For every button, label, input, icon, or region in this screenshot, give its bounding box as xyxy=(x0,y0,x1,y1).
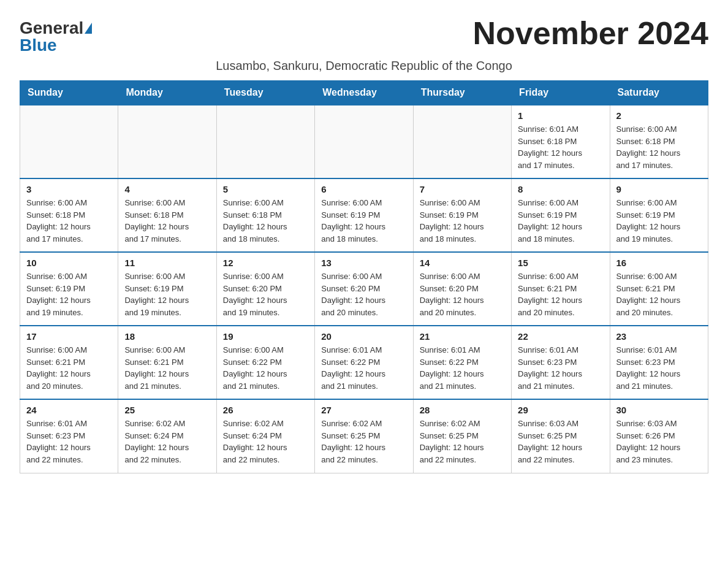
day-info: Sunrise: 6:00 AMSunset: 6:18 PMDaylight:… xyxy=(26,197,112,245)
day-info: Sunrise: 6:02 AMSunset: 6:25 PMDaylight:… xyxy=(321,418,406,465)
logo-triangle-icon xyxy=(85,23,92,34)
day-info: Sunrise: 6:01 AMSunset: 6:23 PMDaylight:… xyxy=(616,344,702,392)
day-info: Sunrise: 6:00 AMSunset: 6:19 PMDaylight:… xyxy=(321,197,406,245)
calendar-cell: 1Sunrise: 6:01 AMSunset: 6:18 PMDaylight… xyxy=(512,105,610,178)
calendar-cell: 4Sunrise: 6:00 AMSunset: 6:18 PMDaylight… xyxy=(118,178,216,252)
day-info: Sunrise: 6:01 AMSunset: 6:18 PMDaylight:… xyxy=(518,123,603,171)
day-info: Sunrise: 6:03 AMSunset: 6:25 PMDaylight:… xyxy=(518,418,603,465)
calendar-cell: 19Sunrise: 6:00 AMSunset: 6:22 PMDayligh… xyxy=(216,326,314,399)
day-info: Sunrise: 6:01 AMSunset: 6:23 PMDaylight:… xyxy=(26,418,112,465)
day-info: Sunrise: 6:00 AMSunset: 6:19 PMDaylight:… xyxy=(616,197,702,245)
calendar-week-row: 17Sunrise: 6:00 AMSunset: 6:21 PMDayligh… xyxy=(20,326,708,399)
calendar-cell: 9Sunrise: 6:00 AMSunset: 6:19 PMDaylight… xyxy=(610,178,708,252)
calendar-cell: 22Sunrise: 6:01 AMSunset: 6:23 PMDayligh… xyxy=(512,326,610,399)
calendar-cell: 7Sunrise: 6:00 AMSunset: 6:19 PMDaylight… xyxy=(413,178,511,252)
day-info: Sunrise: 6:02 AMSunset: 6:24 PMDaylight:… xyxy=(124,418,210,465)
day-info: Sunrise: 6:00 AMSunset: 6:19 PMDaylight:… xyxy=(420,197,505,245)
day-number: 1 xyxy=(518,110,603,121)
calendar-header-row: SundayMondayTuesdayWednesdayThursdayFrid… xyxy=(20,81,708,105)
calendar-cell: 15Sunrise: 6:00 AMSunset: 6:21 PMDayligh… xyxy=(512,252,610,326)
day-number: 18 xyxy=(124,331,210,342)
day-info: Sunrise: 6:00 AMSunset: 6:19 PMDaylight:… xyxy=(124,270,210,318)
calendar-cell xyxy=(216,105,314,178)
day-info: Sunrise: 6:00 AMSunset: 6:19 PMDaylight:… xyxy=(518,197,603,245)
location-subtitle: Lusambo, Sankuru, Democratic Republic of… xyxy=(20,59,708,73)
day-number: 4 xyxy=(124,184,210,194)
day-info: Sunrise: 6:01 AMSunset: 6:22 PMDaylight:… xyxy=(321,344,406,392)
calendar-cell xyxy=(118,105,216,178)
calendar-cell: 17Sunrise: 6:00 AMSunset: 6:21 PMDayligh… xyxy=(20,326,118,399)
calendar-week-row: 24Sunrise: 6:01 AMSunset: 6:23 PMDayligh… xyxy=(20,399,708,473)
day-number: 21 xyxy=(420,331,505,342)
column-header-wednesday: Wednesday xyxy=(315,81,413,105)
calendar-cell xyxy=(315,105,413,178)
calendar-cell: 18Sunrise: 6:00 AMSunset: 6:21 PMDayligh… xyxy=(118,326,216,399)
day-number: 17 xyxy=(26,331,112,342)
day-info: Sunrise: 6:02 AMSunset: 6:25 PMDaylight:… xyxy=(420,418,505,465)
day-number: 16 xyxy=(616,258,702,268)
day-info: Sunrise: 6:00 AMSunset: 6:18 PMDaylight:… xyxy=(124,197,210,245)
day-number: 13 xyxy=(321,258,406,268)
day-info: Sunrise: 6:00 AMSunset: 6:20 PMDaylight:… xyxy=(420,270,505,318)
day-number: 9 xyxy=(616,184,702,194)
day-number: 3 xyxy=(26,184,112,194)
day-info: Sunrise: 6:00 AMSunset: 6:21 PMDaylight:… xyxy=(26,344,112,392)
logo-blue: Blue xyxy=(20,37,92,54)
day-number: 24 xyxy=(26,405,112,415)
calendar-week-row: 1Sunrise: 6:01 AMSunset: 6:18 PMDaylight… xyxy=(20,105,708,178)
calendar-cell: 6Sunrise: 6:00 AMSunset: 6:19 PMDaylight… xyxy=(315,178,413,252)
calendar-cell: 28Sunrise: 6:02 AMSunset: 6:25 PMDayligh… xyxy=(413,399,511,473)
day-number: 26 xyxy=(223,405,308,415)
calendar-cell: 14Sunrise: 6:00 AMSunset: 6:20 PMDayligh… xyxy=(413,252,511,326)
day-number: 10 xyxy=(26,258,112,268)
day-info: Sunrise: 6:00 AMSunset: 6:22 PMDaylight:… xyxy=(223,344,308,392)
day-number: 22 xyxy=(518,331,603,342)
calendar-cell: 12Sunrise: 6:00 AMSunset: 6:20 PMDayligh… xyxy=(216,252,314,326)
day-info: Sunrise: 6:03 AMSunset: 6:26 PMDaylight:… xyxy=(616,418,702,465)
day-info: Sunrise: 6:00 AMSunset: 6:19 PMDaylight:… xyxy=(26,270,112,318)
day-number: 28 xyxy=(420,405,505,415)
calendar-cell: 13Sunrise: 6:00 AMSunset: 6:20 PMDayligh… xyxy=(315,252,413,326)
day-number: 20 xyxy=(321,331,406,342)
calendar-cell: 26Sunrise: 6:02 AMSunset: 6:24 PMDayligh… xyxy=(216,399,314,473)
column-header-saturday: Saturday xyxy=(610,81,708,105)
calendar-cell: 5Sunrise: 6:00 AMSunset: 6:18 PMDaylight… xyxy=(216,178,314,252)
calendar-cell: 3Sunrise: 6:00 AMSunset: 6:18 PMDaylight… xyxy=(20,178,118,252)
day-info: Sunrise: 6:01 AMSunset: 6:23 PMDaylight:… xyxy=(518,344,603,392)
calendar-cell: 24Sunrise: 6:01 AMSunset: 6:23 PMDayligh… xyxy=(20,399,118,473)
day-number: 7 xyxy=(420,184,505,194)
calendar-cell: 8Sunrise: 6:00 AMSunset: 6:19 PMDaylight… xyxy=(512,178,610,252)
day-number: 30 xyxy=(616,405,702,415)
calendar-cell: 25Sunrise: 6:02 AMSunset: 6:24 PMDayligh… xyxy=(118,399,216,473)
column-header-thursday: Thursday xyxy=(413,81,511,105)
day-number: 6 xyxy=(321,184,406,194)
calendar-cell: 23Sunrise: 6:01 AMSunset: 6:23 PMDayligh… xyxy=(610,326,708,399)
day-info: Sunrise: 6:00 AMSunset: 6:20 PMDaylight:… xyxy=(321,270,406,318)
calendar-cell: 27Sunrise: 6:02 AMSunset: 6:25 PMDayligh… xyxy=(315,399,413,473)
calendar-cell: 2Sunrise: 6:00 AMSunset: 6:18 PMDaylight… xyxy=(610,105,708,178)
day-number: 14 xyxy=(420,258,505,268)
calendar-week-row: 3Sunrise: 6:00 AMSunset: 6:18 PMDaylight… xyxy=(20,178,708,252)
calendar-cell: 30Sunrise: 6:03 AMSunset: 6:26 PMDayligh… xyxy=(610,399,708,473)
day-info: Sunrise: 6:02 AMSunset: 6:24 PMDaylight:… xyxy=(223,418,308,465)
day-number: 25 xyxy=(124,405,210,415)
day-info: Sunrise: 6:00 AMSunset: 6:21 PMDaylight:… xyxy=(518,270,603,318)
calendar-cell: 10Sunrise: 6:00 AMSunset: 6:19 PMDayligh… xyxy=(20,252,118,326)
column-header-tuesday: Tuesday xyxy=(216,81,314,105)
logo: General Blue xyxy=(20,20,92,54)
day-number: 5 xyxy=(223,184,308,194)
day-number: 15 xyxy=(518,258,603,268)
day-info: Sunrise: 6:00 AMSunset: 6:21 PMDaylight:… xyxy=(124,344,210,392)
calendar-cell: 21Sunrise: 6:01 AMSunset: 6:22 PMDayligh… xyxy=(413,326,511,399)
column-header-friday: Friday xyxy=(512,81,610,105)
calendar-cell: 20Sunrise: 6:01 AMSunset: 6:22 PMDayligh… xyxy=(315,326,413,399)
day-info: Sunrise: 6:00 AMSunset: 6:20 PMDaylight:… xyxy=(223,270,308,318)
day-number: 29 xyxy=(518,405,603,415)
month-title: November 2024 xyxy=(473,15,708,52)
calendar-cell: 16Sunrise: 6:00 AMSunset: 6:21 PMDayligh… xyxy=(610,252,708,326)
day-number: 27 xyxy=(321,405,406,415)
calendar-cell: 11Sunrise: 6:00 AMSunset: 6:19 PMDayligh… xyxy=(118,252,216,326)
day-number: 2 xyxy=(616,110,702,121)
header: General Blue November 2024 xyxy=(20,15,708,54)
day-number: 19 xyxy=(223,331,308,342)
